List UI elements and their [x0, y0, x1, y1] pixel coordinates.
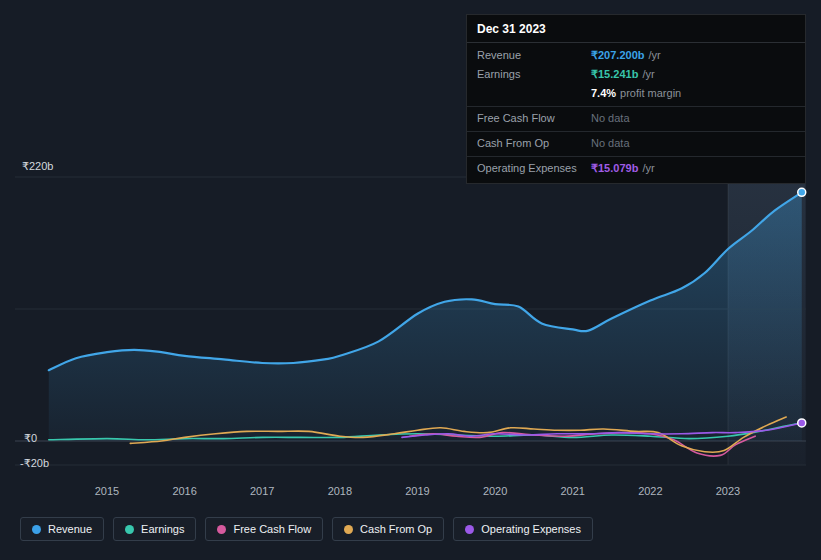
operating-expenses-dot-icon	[465, 525, 474, 534]
x-axis-tick: 2017	[247, 485, 277, 497]
legend-item-earnings[interactable]: Earnings	[113, 517, 196, 541]
tooltip-label: Revenue	[477, 48, 591, 63]
tooltip-value: ₹207.200b	[591, 48, 644, 63]
tooltip-suffix: /yr	[642, 67, 654, 82]
tooltip-value: ₹15.079b	[591, 161, 638, 176]
tooltip-label: Cash From Op	[477, 136, 591, 151]
legend: Revenue Earnings Free Cash Flow Cash Fro…	[20, 517, 593, 541]
legend-item-revenue[interactable]: Revenue	[20, 517, 104, 541]
tooltip-label: Earnings	[477, 67, 591, 82]
x-axis-tick: 2022	[635, 485, 665, 497]
tooltip-label: Free Cash Flow	[477, 111, 591, 126]
x-axis-tick: 2016	[170, 485, 200, 497]
tooltip-row-earnings: Earnings ₹15.241b /yr	[467, 65, 805, 84]
tooltip-suffix: profit margin	[620, 86, 681, 101]
tooltip-row-free-cash-flow: Free Cash Flow No data	[467, 106, 805, 128]
tooltip-date: Dec 31 2023	[467, 15, 805, 43]
x-axis-tick: 2020	[480, 485, 510, 497]
tooltip-value: No data	[591, 111, 630, 126]
y-axis-label-negative: -₹20b	[20, 457, 49, 470]
tooltip-value: ₹15.241b	[591, 67, 638, 82]
legend-item-cash-from-op[interactable]: Cash From Op	[332, 517, 444, 541]
tooltip-value: 7.4%	[591, 86, 616, 101]
tooltip-row-cash-from-op: Cash From Op No data	[467, 131, 805, 153]
legend-label: Operating Expenses	[481, 523, 581, 535]
x-axis-tick: 2015	[92, 485, 122, 497]
tooltip-row-profit-margin: 7.4% profit margin	[467, 84, 805, 103]
x-axis-labels: 201520162017201820192020202120222023	[0, 485, 821, 501]
x-axis-tick: 2023	[713, 485, 743, 497]
legend-label: Free Cash Flow	[233, 523, 311, 535]
earnings-dot-icon	[125, 525, 134, 534]
y-axis-label-top: ₹220b	[22, 160, 53, 173]
tooltip-row-operating-expenses: Operating Expenses ₹15.079b /yr	[467, 156, 805, 183]
legend-label: Earnings	[141, 523, 184, 535]
tooltip-row-revenue: Revenue ₹207.200b /yr	[467, 43, 805, 65]
tooltip-panel: Dec 31 2023 Revenue ₹207.200b /yr Earnin…	[466, 14, 806, 184]
legend-item-operating-expenses[interactable]: Operating Expenses	[453, 517, 593, 541]
x-axis-tick: 2019	[403, 485, 433, 497]
x-axis-tick: 2018	[325, 485, 355, 497]
tooltip-label: Operating Expenses	[477, 161, 591, 176]
revenue-dot-icon	[32, 525, 41, 534]
legend-item-free-cash-flow[interactable]: Free Cash Flow	[205, 517, 323, 541]
financial-chart-page: { "tooltip": { "date": "Dec 31 2023", "r…	[0, 0, 821, 560]
tooltip-suffix: /yr	[648, 48, 660, 63]
legend-label: Cash From Op	[360, 523, 432, 535]
tooltip-value: No data	[591, 136, 630, 151]
x-axis-tick: 2021	[558, 485, 588, 497]
free-cash-flow-dot-icon	[217, 525, 226, 534]
tooltip-suffix: /yr	[642, 161, 654, 176]
legend-label: Revenue	[48, 523, 92, 535]
cash-from-op-dot-icon	[344, 525, 353, 534]
y-axis-label-zero: ₹0	[24, 432, 37, 445]
